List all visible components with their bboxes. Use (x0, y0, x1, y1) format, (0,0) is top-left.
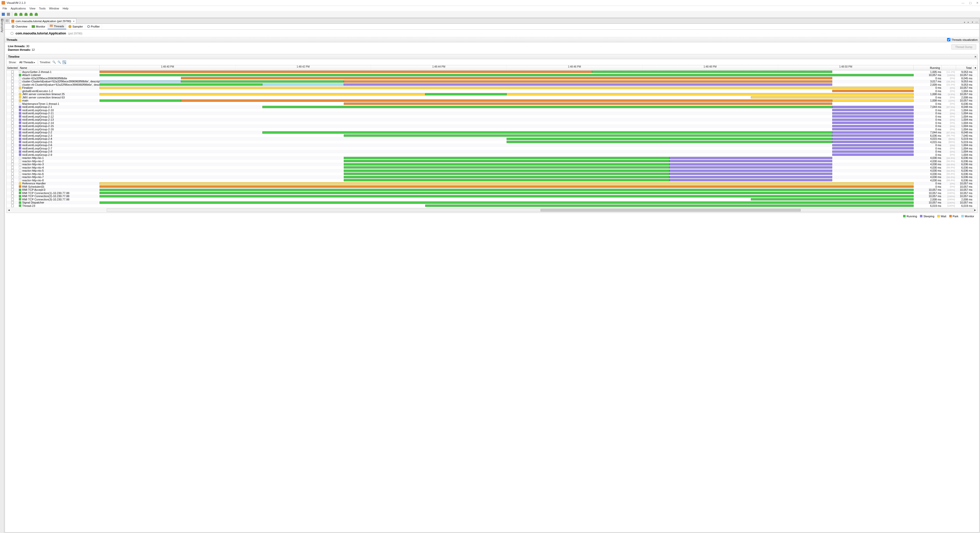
menu-applications[interactable]: Applications (9, 6, 27, 11)
menu-bar: FileApplicationsViewToolsWindowHelp (0, 6, 980, 11)
toolbar-app-icon-4[interactable] (29, 12, 33, 17)
toolbar-open-icon[interactable] (6, 12, 11, 17)
app-icon (2, 1, 5, 5)
menu-file[interactable]: File (1, 6, 9, 11)
main-toolbar (0, 11, 980, 17)
window-titlebar: VisualVM 2.1.3 — ▢ ✕ (0, 0, 980, 6)
toolbar-save-icon[interactable] (1, 12, 6, 17)
menu-window[interactable]: Window (48, 6, 60, 11)
window-title: VisualVM 2.1.3 (6, 1, 25, 4)
window-controls: — ▢ ✕ (962, 1, 978, 5)
toolbar-app-icon-5[interactable] (34, 12, 38, 17)
menu-view[interactable]: View (28, 6, 37, 11)
toolbar-app-icon-2[interactable] (19, 12, 23, 17)
close-button[interactable]: ✕ (976, 1, 978, 5)
toolbar-app-icon-1[interactable] (14, 12, 18, 17)
maximize-button[interactable]: ▢ (969, 1, 972, 5)
minimize-button[interactable]: — (962, 1, 964, 5)
menu-help[interactable]: Help (61, 6, 70, 11)
menu-tools[interactable]: Tools (38, 6, 47, 11)
toolbar-app-icon-3[interactable] (24, 12, 28, 17)
